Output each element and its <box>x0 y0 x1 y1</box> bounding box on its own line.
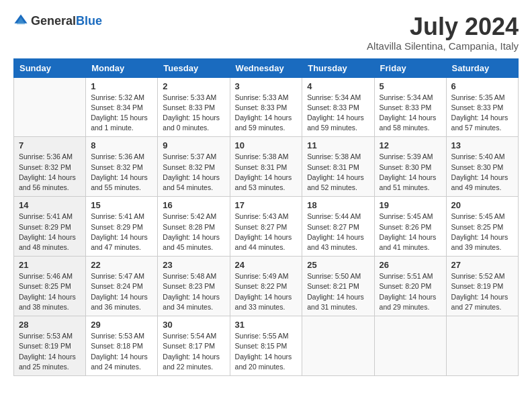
logo-blue-text: Blue <box>76 14 102 28</box>
cell-info: Sunrise: 5:41 AM Sunset: 8:29 PM Dayligh… <box>91 212 152 253</box>
day-number: 4 <box>307 81 369 91</box>
calendar-week-3: 14Sunrise: 5:41 AM Sunset: 8:29 PM Dayli… <box>14 197 519 257</box>
column-header-wednesday: Wednesday <box>230 58 302 77</box>
cell-info: Sunrise: 5:38 AM Sunset: 8:31 PM Dayligh… <box>307 152 369 193</box>
cell-info: Sunrise: 5:40 AM Sunset: 8:30 PM Dayligh… <box>451 152 513 193</box>
logo: GeneralBlue <box>13 13 102 28</box>
calendar-cell <box>14 77 86 137</box>
calendar-cell: 19Sunrise: 5:45 AM Sunset: 8:26 PM Dayli… <box>374 197 446 257</box>
calendar-week-2: 7Sunrise: 5:36 AM Sunset: 8:32 PM Daylig… <box>14 137 519 197</box>
day-number: 11 <box>307 140 369 150</box>
calendar-cell: 23Sunrise: 5:48 AM Sunset: 8:23 PM Dayli… <box>158 257 230 316</box>
cell-info: Sunrise: 5:53 AM Sunset: 8:18 PM Dayligh… <box>91 331 152 372</box>
column-header-monday: Monday <box>86 58 158 77</box>
logo-general-text: General <box>31 14 76 28</box>
cell-info: Sunrise: 5:34 AM Sunset: 8:33 PM Dayligh… <box>380 93 441 134</box>
cell-info: Sunrise: 5:41 AM Sunset: 8:29 PM Dayligh… <box>19 212 81 253</box>
day-number: 10 <box>235 140 298 150</box>
day-number: 7 <box>19 140 81 150</box>
calendar-cell: 25Sunrise: 5:50 AM Sunset: 8:21 PM Dayli… <box>302 257 374 316</box>
cell-info: Sunrise: 5:37 AM Sunset: 8:32 PM Dayligh… <box>163 152 224 193</box>
calendar-cell: 17Sunrise: 5:43 AM Sunset: 8:27 PM Dayli… <box>230 197 302 257</box>
logo-icon <box>13 13 28 28</box>
cell-info: Sunrise: 5:33 AM Sunset: 8:33 PM Dayligh… <box>163 93 224 134</box>
day-number: 26 <box>380 260 441 270</box>
cell-info: Sunrise: 5:36 AM Sunset: 8:32 PM Dayligh… <box>91 152 152 193</box>
cell-info: Sunrise: 5:53 AM Sunset: 8:19 PM Dayligh… <box>19 331 81 372</box>
calendar-cell <box>446 316 518 376</box>
column-header-saturday: Saturday <box>446 58 518 77</box>
day-number: 6 <box>451 81 513 91</box>
day-number: 2 <box>163 81 224 91</box>
day-number: 12 <box>380 140 441 150</box>
day-number: 18 <box>307 200 369 210</box>
day-number: 28 <box>19 320 81 330</box>
day-number: 21 <box>19 260 81 270</box>
calendar-cell: 20Sunrise: 5:45 AM Sunset: 8:25 PM Dayli… <box>446 197 518 257</box>
calendar-cell: 13Sunrise: 5:40 AM Sunset: 8:30 PM Dayli… <box>446 137 518 197</box>
cell-info: Sunrise: 5:45 AM Sunset: 8:26 PM Dayligh… <box>380 212 441 253</box>
calendar-cell: 8Sunrise: 5:36 AM Sunset: 8:32 PM Daylig… <box>86 137 158 197</box>
day-number: 5 <box>380 81 441 91</box>
calendar-cell: 10Sunrise: 5:38 AM Sunset: 8:31 PM Dayli… <box>230 137 302 197</box>
day-number: 22 <box>91 260 152 270</box>
calendar-cell: 9Sunrise: 5:37 AM Sunset: 8:32 PM Daylig… <box>158 137 230 197</box>
calendar-cell: 7Sunrise: 5:36 AM Sunset: 8:32 PM Daylig… <box>14 137 86 197</box>
cell-info: Sunrise: 5:48 AM Sunset: 8:23 PM Dayligh… <box>163 271 224 312</box>
cell-info: Sunrise: 5:39 AM Sunset: 8:30 PM Dayligh… <box>380 152 441 193</box>
calendar-cell: 24Sunrise: 5:49 AM Sunset: 8:22 PM Dayli… <box>230 257 302 316</box>
cell-info: Sunrise: 5:52 AM Sunset: 8:19 PM Dayligh… <box>451 271 513 312</box>
calendar-week-5: 28Sunrise: 5:53 AM Sunset: 8:19 PM Dayli… <box>14 316 519 376</box>
calendar-week-1: 1Sunrise: 5:32 AM Sunset: 8:34 PM Daylig… <box>14 77 519 137</box>
calendar-cell: 31Sunrise: 5:55 AM Sunset: 8:15 PM Dayli… <box>230 316 302 376</box>
calendar-cell: 30Sunrise: 5:54 AM Sunset: 8:17 PM Dayli… <box>158 316 230 376</box>
calendar-cell: 28Sunrise: 5:53 AM Sunset: 8:19 PM Dayli… <box>14 316 86 376</box>
day-number: 1 <box>91 81 152 91</box>
cell-info: Sunrise: 5:47 AM Sunset: 8:24 PM Dayligh… <box>91 271 152 312</box>
day-number: 23 <box>163 260 224 270</box>
calendar-week-4: 21Sunrise: 5:46 AM Sunset: 8:25 PM Dayli… <box>14 257 519 316</box>
calendar-cell: 22Sunrise: 5:47 AM Sunset: 8:24 PM Dayli… <box>86 257 158 316</box>
day-number: 9 <box>163 140 224 150</box>
calendar-cell: 5Sunrise: 5:34 AM Sunset: 8:33 PM Daylig… <box>374 77 446 137</box>
cell-info: Sunrise: 5:33 AM Sunset: 8:33 PM Dayligh… <box>235 93 298 134</box>
column-header-tuesday: Tuesday <box>158 58 230 77</box>
cell-info: Sunrise: 5:50 AM Sunset: 8:21 PM Dayligh… <box>307 271 369 312</box>
location-title: Altavilla Silentina, Campania, Italy <box>367 40 519 52</box>
cell-info: Sunrise: 5:46 AM Sunset: 8:25 PM Dayligh… <box>19 271 81 312</box>
title-block: July 2024 Altavilla Silentina, Campania,… <box>367 13 519 52</box>
column-header-friday: Friday <box>374 58 446 77</box>
day-number: 14 <box>19 200 81 210</box>
day-number: 13 <box>451 140 513 150</box>
day-number: 3 <box>235 81 298 91</box>
calendar-cell <box>374 316 446 376</box>
calendar-header-row: SundayMondayTuesdayWednesdayThursdayFrid… <box>14 58 519 77</box>
calendar-table: SundayMondayTuesdayWednesdayThursdayFrid… <box>13 58 519 376</box>
calendar-cell: 21Sunrise: 5:46 AM Sunset: 8:25 PM Dayli… <box>14 257 86 316</box>
calendar-cell: 4Sunrise: 5:34 AM Sunset: 8:33 PM Daylig… <box>302 77 374 137</box>
calendar-cell: 3Sunrise: 5:33 AM Sunset: 8:33 PM Daylig… <box>230 77 302 137</box>
day-number: 15 <box>91 200 152 210</box>
calendar-cell: 14Sunrise: 5:41 AM Sunset: 8:29 PM Dayli… <box>14 197 86 257</box>
calendar-cell: 2Sunrise: 5:33 AM Sunset: 8:33 PM Daylig… <box>158 77 230 137</box>
day-number: 29 <box>91 320 152 330</box>
calendar-cell: 12Sunrise: 5:39 AM Sunset: 8:30 PM Dayli… <box>374 137 446 197</box>
day-number: 8 <box>91 140 152 150</box>
day-number: 20 <box>451 200 513 210</box>
cell-info: Sunrise: 5:35 AM Sunset: 8:33 PM Dayligh… <box>451 93 513 134</box>
calendar-cell: 29Sunrise: 5:53 AM Sunset: 8:18 PM Dayli… <box>86 316 158 376</box>
cell-info: Sunrise: 5:38 AM Sunset: 8:31 PM Dayligh… <box>235 152 298 193</box>
column-header-sunday: Sunday <box>14 58 86 77</box>
calendar-cell: 16Sunrise: 5:42 AM Sunset: 8:28 PM Dayli… <box>158 197 230 257</box>
day-number: 19 <box>380 200 441 210</box>
page-header: GeneralBlue July 2024 Altavilla Silentin… <box>13 13 519 52</box>
cell-info: Sunrise: 5:44 AM Sunset: 8:27 PM Dayligh… <box>307 212 369 253</box>
day-number: 25 <box>307 260 369 270</box>
day-number: 27 <box>451 260 513 270</box>
calendar-cell: 18Sunrise: 5:44 AM Sunset: 8:27 PM Dayli… <box>302 197 374 257</box>
calendar-cell: 11Sunrise: 5:38 AM Sunset: 8:31 PM Dayli… <box>302 137 374 197</box>
cell-info: Sunrise: 5:36 AM Sunset: 8:32 PM Dayligh… <box>19 152 81 193</box>
calendar-cell: 1Sunrise: 5:32 AM Sunset: 8:34 PM Daylig… <box>86 77 158 137</box>
day-number: 24 <box>235 260 298 270</box>
cell-info: Sunrise: 5:54 AM Sunset: 8:17 PM Dayligh… <box>163 331 224 372</box>
